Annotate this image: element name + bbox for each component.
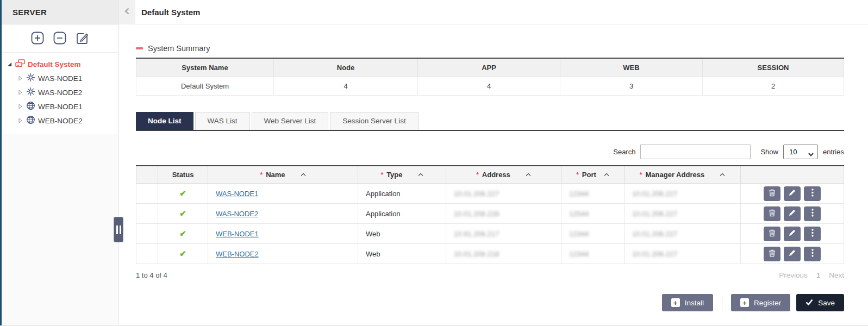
summary-node-count: 4: [274, 77, 418, 95]
expander-closed-icon[interactable]: [17, 90, 23, 95]
more-actions-button[interactable]: [804, 227, 821, 241]
node-name-link[interactable]: WEB-NODE2: [216, 250, 259, 258]
sidebar-collapse-button[interactable]: [118, 0, 135, 24]
sort-asc-icon[interactable]: [604, 173, 609, 177]
panel-resize-handle[interactable]: [114, 217, 123, 242]
list-tabs: Node List WAS List Web Server List Sessi…: [136, 112, 844, 131]
actions-cell: [741, 244, 844, 264]
summary-header-row: System Name Node APP WEB SESSION: [136, 58, 844, 77]
node-name-link[interactable]: WAS-NODE1: [216, 190, 258, 198]
col-address[interactable]: *Address: [446, 166, 561, 184]
page-number-button[interactable]: 1: [816, 271, 821, 279]
summary-col-session: SESSION: [703, 58, 844, 77]
expander-closed-icon[interactable]: [17, 118, 23, 123]
sidebar-header: SERVER: [2, 0, 118, 24]
col-row-select: [136, 166, 158, 184]
search-input[interactable]: [640, 145, 751, 159]
pencil-icon: [789, 249, 796, 258]
plus-square-icon: [30, 31, 45, 47]
tab-web-server-list[interactable]: Web Server List: [252, 112, 329, 130]
tab-was-list[interactable]: WAS List: [195, 112, 250, 130]
add-node-button[interactable]: [30, 32, 45, 46]
col-type[interactable]: *Type: [358, 166, 446, 184]
node-name-link[interactable]: WAS-NODE2: [216, 210, 258, 218]
edit-node-button[interactable]: [75, 32, 89, 46]
manager-address-cell: 10.01.208.227: [625, 204, 741, 224]
row-select-cell: [136, 184, 158, 204]
more-actions-button[interactable]: [804, 186, 821, 201]
tree-item-default-system[interactable]: Default System: [6, 57, 118, 71]
name-cell: WEB-NODE2: [208, 244, 358, 264]
sort-asc-icon[interactable]: [720, 173, 725, 177]
actions-cell: [741, 184, 844, 204]
sort-asc-icon[interactable]: [526, 173, 531, 177]
sort-asc-icon[interactable]: [301, 173, 306, 177]
edit-row-button[interactable]: [784, 206, 801, 221]
kebab-menu-icon: [811, 209, 814, 218]
required-marker: *: [380, 171, 383, 179]
pencil-icon: [789, 209, 796, 218]
kebab-menu-icon: [811, 249, 814, 259]
tab-session-server-list[interactable]: Session Server List: [330, 112, 418, 130]
node-name-link[interactable]: WEB-NODE1: [216, 230, 259, 238]
delete-row-button[interactable]: [764, 206, 780, 221]
delete-row-button[interactable]: [764, 227, 780, 241]
col-name[interactable]: *Name: [208, 166, 358, 184]
tab-node-list[interactable]: Node List: [136, 112, 193, 130]
col-port[interactable]: *Port: [561, 166, 625, 184]
redacted-address: 10.91.208.217: [454, 230, 499, 238]
table-info: 1 to 4 of 4: [136, 271, 167, 279]
more-actions-button[interactable]: [804, 247, 821, 261]
pencil-icon: [789, 189, 796, 198]
tree-item-label: WEB-NODE1: [38, 103, 83, 111]
cluster-icon: [26, 73, 35, 84]
next-page-button[interactable]: Next: [829, 271, 844, 279]
install-button[interactable]: + Install: [662, 294, 713, 311]
expander-closed-icon[interactable]: [17, 76, 23, 81]
type-cell: Application: [358, 204, 446, 224]
tree-item-label: Default System: [28, 60, 81, 68]
more-actions-button[interactable]: [804, 206, 821, 221]
table-row: ✔ WEB-NODE1 Web 10.91.208.217 12344 10.0…: [136, 224, 844, 244]
node-list-table: Status *Name *Type *Address *Port *Manag…: [136, 165, 844, 265]
system-summary-section-header: System Summary: [136, 44, 844, 53]
table-row: ✔ WAS-NODE1 Application 10.01.208.227 12…: [136, 184, 844, 204]
tree-item-was-node2[interactable]: WAS-NODE2: [6, 85, 118, 99]
name-cell: WEB-NODE1: [208, 224, 358, 244]
col-manager-address[interactable]: *Manager Address: [625, 166, 741, 184]
register-button[interactable]: + Register: [731, 294, 790, 311]
summary-col-web: WEB: [560, 58, 703, 77]
redacted-port: 12344: [569, 230, 589, 238]
previous-page-button[interactable]: Previous: [779, 271, 808, 279]
summary-system-name: Default System: [136, 77, 274, 95]
row-select-cell: [136, 204, 158, 224]
delete-row-button[interactable]: [764, 186, 780, 201]
address-cell: 10.01.208.218: [446, 244, 561, 264]
edit-row-button[interactable]: [784, 247, 801, 261]
section-title: System Summary: [148, 44, 210, 53]
table-row: ✔ WEB-NODE2 Web 10.01.208.218 12344 10.0…: [136, 244, 844, 264]
page-title: Default System: [141, 8, 200, 17]
status-ok-icon: ✔: [179, 209, 186, 218]
expander-closed-icon[interactable]: [17, 104, 23, 109]
summary-app-count: 4: [418, 77, 560, 95]
col-label: Address: [482, 171, 510, 179]
actions-cell: [741, 204, 844, 224]
manager-address-cell: 10.01.208.227: [625, 184, 741, 204]
status-cell: ✔: [158, 244, 208, 264]
tree-item-web-node2[interactable]: WEB-NODE2: [6, 114, 118, 128]
sidebar-title: SERVER: [13, 8, 47, 17]
edit-row-button[interactable]: [784, 186, 801, 201]
tree-item-label: WEB-NODE2: [38, 117, 83, 125]
save-button[interactable]: Save: [796, 294, 844, 311]
tree-item-web-node1[interactable]: WEB-NODE1: [6, 99, 118, 114]
delete-row-button[interactable]: [764, 247, 780, 261]
edit-row-button[interactable]: [784, 227, 801, 241]
required-marker: *: [260, 171, 263, 179]
sort-asc-icon[interactable]: [418, 173, 423, 177]
required-marker: *: [640, 171, 642, 179]
remove-node-button[interactable]: [53, 32, 67, 46]
page-size-select[interactable]: 10: [783, 145, 818, 159]
tree-item-was-node1[interactable]: WAS-NODE1: [6, 71, 118, 85]
expander-open-icon[interactable]: [6, 62, 13, 67]
